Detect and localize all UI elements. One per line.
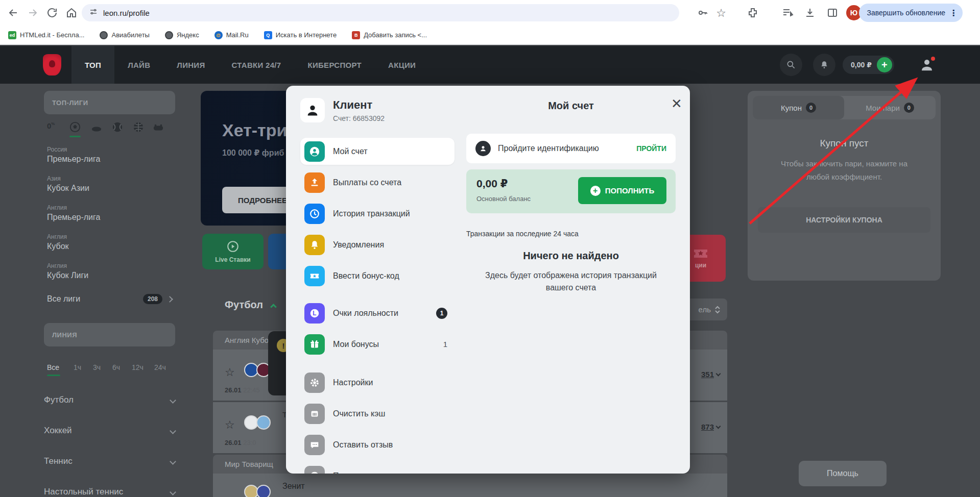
time-filter-12h[interactable]: 12ч (132, 363, 144, 371)
loyalty-icon: L (304, 303, 325, 324)
menu-transaction-history[interactable]: История транзакций (300, 200, 455, 227)
forward-icon[interactable] (27, 7, 39, 19)
club-logo-zenit (256, 485, 271, 497)
bookmark-star-icon[interactable]: ☆ (715, 7, 727, 19)
coupon-settings-button[interactable]: НАСТРОЙКИ КУПОНА (758, 207, 930, 233)
time-filter-all[interactable]: Все (47, 363, 59, 371)
nav-top[interactable]: ТОП (71, 46, 114, 84)
browser-menu-icon[interactable]: ⋮ (949, 8, 958, 18)
tab-coupon[interactable]: Купон 0 (753, 96, 844, 119)
notifications-bell-icon[interactable] (813, 54, 835, 76)
password-key-icon[interactable] (697, 7, 709, 19)
live-bets-tile[interactable]: Live Ставки (202, 234, 264, 269)
menu-help[interactable]: ? Помощь (300, 462, 455, 474)
close-icon[interactable]: ✕ (668, 96, 685, 112)
bonus-ticket-icon (304, 266, 325, 286)
league-england-cup[interactable]: АнглияКубок (47, 233, 69, 251)
zero-percent-icon[interactable]: 0% (47, 121, 58, 133)
balance-amount: 0,00 ₽ (851, 61, 872, 69)
reload-icon[interactable] (46, 7, 58, 19)
download-icon[interactable] (804, 7, 816, 19)
left-sidebar: ТОП-ЛИГИ 0% РоссияПремьер-лига АзияКубок… (44, 91, 175, 497)
nav-line[interactable]: ЛИНИЯ (163, 46, 218, 84)
all-leagues-row[interactable]: Все лиги 208 (47, 294, 172, 304)
esports-gamepad-icon[interactable] (153, 122, 164, 134)
screen: leon.ru/profile ☆ Ю Завершить обновление… (0, 0, 980, 497)
client-account-number: Счет: 66853092 (333, 114, 385, 122)
league-asia-cup[interactable]: АзияКубок Азии (47, 175, 89, 193)
back-icon[interactable] (7, 7, 19, 19)
banner-subtitle: 100 000 ₽ фриб (222, 148, 284, 158)
favorite-star-icon[interactable]: ☆ (225, 366, 235, 379)
sidebar-sport-tennis[interactable]: Теннис (44, 456, 175, 466)
league-england-league-cup[interactable]: АнглияКубок Лиги (47, 262, 88, 280)
ident-pass-button[interactable]: ПРОЙТИ (636, 144, 666, 153)
mailru-favicon: @ (214, 31, 223, 39)
profile-icon[interactable] (919, 57, 935, 72)
clear-cache-icon (304, 404, 325, 424)
match-datetime: 26.01 22:45 (225, 386, 260, 394)
league-russia-premier[interactable]: РоссияПремьер-лига (47, 146, 100, 164)
league-england-premier[interactable]: АнглияПремьер-лига (47, 204, 100, 222)
time-filter-24h[interactable]: 24ч (154, 363, 166, 371)
side-panel-icon[interactable] (826, 7, 839, 19)
menu-settings[interactable]: Настройки (300, 369, 455, 396)
favorite-star-icon[interactable]: ☆ (225, 418, 235, 432)
odds-count-link[interactable]: 351 (701, 370, 720, 379)
time-filter-1h[interactable]: 1ч (74, 363, 81, 371)
sidebar-sport-table-tennis[interactable]: Настольный теннис (44, 487, 175, 497)
time-filter-3h[interactable]: 3ч (93, 363, 101, 371)
bookmark-add-record[interactable]: ВДобавить запись <... (352, 31, 427, 39)
sort-arrows-icon (715, 306, 720, 314)
bookmark-aviabilety[interactable]: Авиабилеты (100, 31, 149, 39)
bookmark-mailru[interactable]: @Mail.Ru (214, 31, 249, 39)
time-filter-6h[interactable]: 6ч (112, 363, 120, 371)
tab-my-bets[interactable]: Мои пари 0 (844, 96, 936, 119)
coupon-empty-text: Чтобы заключить пари, нажмите налюбой ко… (748, 157, 941, 184)
odds-count-link[interactable]: 873 (701, 423, 720, 432)
deposit-plus-icon[interactable]: + (877, 57, 892, 72)
extensions-icon[interactable] (747, 7, 759, 19)
bookmark-yandex[interactable]: Яндекс (165, 31, 199, 39)
match-datetime: 26.01 23:0 (225, 439, 256, 446)
site-info-icon[interactable] (89, 7, 98, 18)
nav-promos[interactable]: АКЦИИ (375, 46, 429, 84)
nav-bets247[interactable]: СТАВКИ 24/7 (219, 46, 295, 84)
hockey-icon[interactable] (91, 123, 102, 135)
browser-update-button[interactable]: Завершить обновление ⋮ (859, 4, 963, 22)
menu-bonus-code[interactable]: Ввести бонус-код (300, 262, 455, 289)
loyalty-badge: 1 (436, 308, 447, 319)
home-icon[interactable] (65, 7, 78, 19)
menu-feedback[interactable]: Оставить отзыв (300, 431, 455, 458)
client-avatar (300, 98, 325, 122)
basketball-icon[interactable] (133, 121, 144, 133)
menu-withdrawals[interactable]: Выплаты со счета (300, 169, 455, 196)
menu-loyalty-points[interactable]: L Очки лояльности 1 (300, 300, 455, 327)
collapse-up-icon (270, 304, 277, 310)
url-text: leon.ru/profile (103, 9, 150, 17)
football-section-header[interactable]: Футбол (225, 299, 276, 311)
address-bar[interactable]: leon.ru/profile (82, 4, 679, 21)
search-icon[interactable] (780, 54, 802, 76)
bookmark-htmled[interactable]: edHTMLed.it - Беспла... (8, 31, 84, 39)
profile-modal: Клиент Счет: 66853092 Мой счет ✕ Мой сче… (286, 86, 690, 474)
menu-clear-cache[interactable]: Очистить кэш (300, 400, 455, 427)
menu-my-account[interactable]: Мой счет (300, 138, 455, 165)
sidebar-sport-football[interactable]: Футбол (44, 395, 175, 405)
tennis-icon[interactable] (112, 121, 123, 133)
media-controls-icon[interactable] (781, 7, 794, 19)
balance-pill[interactable]: 0,00 ₽ + (843, 56, 894, 74)
nav-live[interactable]: ЛАЙВ (114, 46, 163, 84)
menu-notifications[interactable]: Уведомления (300, 231, 455, 258)
help-button[interactable]: Помощь (799, 461, 887, 486)
leon-logo[interactable] (43, 54, 61, 76)
nav-esports[interactable]: КИБЕРСПОРТ (294, 46, 375, 84)
menu-my-bonuses[interactable]: Мои бонусы 1 (300, 331, 455, 358)
club-logo-man-city (256, 415, 271, 430)
football-icon[interactable] (69, 121, 81, 133)
coupon-empty-title: Купон пуст (748, 138, 941, 149)
match-row-zenit[interactable]: Зенит (213, 474, 727, 497)
bookmark-search-internet[interactable]: QИскать в Интернете (264, 31, 337, 39)
deposit-button[interactable]: + ПОПОЛНИТЬ (578, 177, 666, 204)
sidebar-sport-hockey[interactable]: Хоккей (44, 426, 175, 436)
